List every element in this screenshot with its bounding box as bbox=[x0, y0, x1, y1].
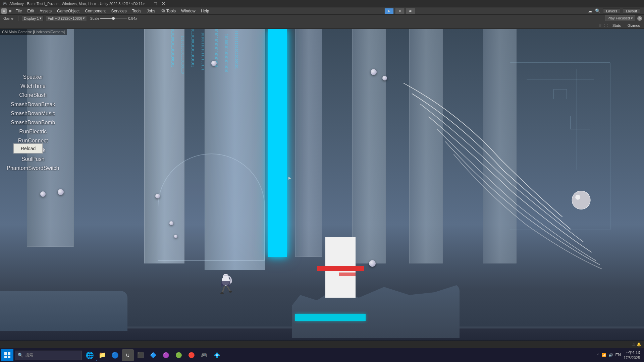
windows-start-button[interactable] bbox=[1, 349, 13, 361]
orb-2 bbox=[58, 189, 64, 195]
skill-smashdownbreak: SmashDownBreak bbox=[7, 100, 59, 109]
search-icon[interactable]: 🔍 bbox=[595, 8, 600, 13]
minimize-button[interactable]: — bbox=[145, 1, 150, 6]
layers-button[interactable]: Layers bbox=[603, 8, 620, 14]
play-focused-button[interactable]: Play Focused ▾ bbox=[605, 15, 635, 21]
unity-logo: 🎮 bbox=[3, 2, 7, 5]
circuit-rect-1 bbox=[570, 116, 590, 129]
taskbar-app-chrome[interactable]: 🔵 bbox=[109, 349, 121, 361]
titlebar: 🎮 Aftericey - BattleTest1_Puzzle - Windo… bbox=[0, 0, 644, 7]
aspect-icon: ⊞ bbox=[598, 23, 601, 27]
network-icon[interactable]: 📶 bbox=[602, 353, 606, 357]
arch-glow bbox=[158, 154, 265, 261]
step-button[interactable]: ⏭ bbox=[406, 8, 415, 14]
chevron-down-icon-2: ▾ bbox=[83, 16, 85, 20]
svg-point-7 bbox=[220, 292, 224, 294]
orb-8 bbox=[382, 76, 387, 80]
svg-rect-11 bbox=[4, 356, 7, 358]
language-indicator[interactable]: EN bbox=[615, 353, 621, 357]
cyan-pillar bbox=[268, 29, 287, 257]
taskbar-app-explorer[interactable]: 📁 bbox=[96, 349, 108, 361]
skill-smashdownmusic: SmashDownMusic bbox=[7, 109, 59, 118]
digital-rain-2: 1010110101110100110 bbox=[174, 36, 184, 129]
pillar-right-1 bbox=[295, 29, 322, 257]
svg-point-8 bbox=[229, 291, 232, 293]
jobs-menu[interactable]: Jobs bbox=[144, 7, 158, 14]
taskbar-app-unknown3[interactable]: 🟢 bbox=[173, 349, 185, 361]
menubar-left: U bbox=[1, 8, 13, 14]
skill-phantomswordswitch: PhantomSwordSwitch bbox=[7, 164, 59, 173]
system-icons: ⌃ 📶 🔊 EN bbox=[597, 353, 621, 357]
hidden-icons-button[interactable]: ⌃ bbox=[597, 353, 600, 357]
collab-icon[interactable]: ☁ bbox=[588, 8, 592, 13]
cyan-platform bbox=[295, 314, 366, 321]
chevron-down-icon: ▾ bbox=[40, 16, 42, 20]
maximize-button[interactable]: □ bbox=[153, 1, 158, 6]
taskbar-app-unity[interactable]: U bbox=[122, 349, 134, 361]
assets-menu[interactable]: Assets bbox=[37, 7, 54, 14]
services-menu[interactable]: Services bbox=[108, 7, 129, 14]
svg-rect-9 bbox=[4, 352, 7, 355]
volume-icon[interactable]: 🔊 bbox=[608, 353, 613, 357]
edit-menu[interactable]: Edit bbox=[24, 7, 37, 14]
digital-rain-4: 1010011010110100101 bbox=[195, 32, 205, 129]
taskbar-app-terminal[interactable]: ⬛ bbox=[135, 349, 147, 361]
window-menu[interactable]: Window bbox=[178, 7, 198, 14]
playbar: ▶ ⏸ ⏭ bbox=[212, 8, 588, 14]
cloud-icon bbox=[9, 10, 11, 12]
taskbar-app-unknown2[interactable]: 🟣 bbox=[160, 349, 172, 361]
game-view-wrapper: 0101001011010100101 1010110101110100110 … bbox=[0, 29, 644, 355]
svg-rect-10 bbox=[8, 352, 10, 355]
scale-slider[interactable] bbox=[100, 18, 127, 19]
digital-rain-3: 0110100101011010101 bbox=[184, 29, 195, 136]
play-button[interactable]: ▶ bbox=[384, 8, 394, 14]
digital-rain-1: 0101001011010100101 bbox=[164, 29, 174, 129]
stats-bar: ⊞ ⛶ Stats Gizmos bbox=[0, 22, 644, 29]
unity-logo-icon: U bbox=[1, 8, 7, 14]
clock-date: 17/8/2025 bbox=[624, 355, 640, 360]
display-dropdown[interactable]: Display 1 ▾ bbox=[22, 15, 44, 21]
clock-time: 下午4:13 bbox=[624, 350, 640, 356]
taskbar-search[interactable]: 🔍 搜索 bbox=[15, 351, 82, 360]
game-tab[interactable]: Game bbox=[2, 16, 15, 20]
resolution-dropdown[interactable]: Full HD (644×362) ▾ bbox=[46, 15, 87, 21]
chevron-down-icon-3: ▾ bbox=[631, 16, 633, 20]
tools-menu[interactable]: Tools bbox=[129, 7, 144, 14]
skill-speaker: Speaker bbox=[7, 72, 59, 81]
pillar-right-2 bbox=[352, 29, 386, 263]
taskbar-app-edge[interactable]: 🌐 bbox=[84, 349, 96, 361]
circuit-rect-2 bbox=[553, 89, 567, 99]
taskbar-app-unknown1[interactable]: 🔷 bbox=[147, 349, 159, 361]
orb-4 bbox=[169, 221, 173, 225]
scale-control: Scale 0.84x bbox=[89, 16, 139, 20]
stats-button[interactable]: Stats bbox=[610, 23, 623, 27]
taskbar-app-vscode[interactable]: 💠 bbox=[211, 349, 223, 361]
camera-label: CM Main Camera: [HorizontalCamera] bbox=[0, 29, 67, 35]
toolbar-separator-1 bbox=[18, 16, 18, 21]
close-button[interactable]: ✕ bbox=[161, 1, 166, 6]
settings-icon[interactable]: ⚙ bbox=[637, 16, 642, 21]
red-bar-2 bbox=[339, 273, 356, 276]
taskbar-app-unknown4[interactable]: 🔴 bbox=[185, 349, 198, 361]
skill-cloneslash: CloneSlash bbox=[7, 90, 59, 100]
gizmos-button[interactable]: Gizmos bbox=[626, 23, 642, 27]
help-menu[interactable]: Help bbox=[198, 7, 212, 14]
orb-7 bbox=[371, 69, 377, 75]
kittools-menu[interactable]: Kit Tools bbox=[158, 7, 178, 14]
red-bar-1 bbox=[317, 266, 364, 271]
bottom-status-bar: ⚠ 🔔 bbox=[0, 341, 644, 348]
cursor: ▸ bbox=[288, 175, 292, 181]
scale-handle bbox=[112, 17, 115, 20]
gameobject-menu[interactable]: GameObject bbox=[54, 7, 82, 14]
circuit-line-v2 bbox=[560, 62, 560, 156]
reload-button[interactable]: Reload bbox=[13, 143, 43, 154]
menubar-right: ☁ 🔍 Layers Layout bbox=[588, 8, 643, 14]
pause-button[interactable]: ⏸ bbox=[395, 8, 405, 14]
game-canvas[interactable]: 0101001011010100101 1010110101110100110 … bbox=[0, 29, 644, 355]
component-menu[interactable]: Component bbox=[82, 7, 108, 14]
system-clock[interactable]: 下午4:13 17/8/2025 bbox=[624, 350, 640, 360]
taskbar-app-unknown5[interactable]: 🎮 bbox=[198, 349, 210, 361]
file-menu[interactable]: File bbox=[13, 7, 24, 14]
layout-button[interactable]: Layout bbox=[623, 8, 640, 14]
skill-list: Speaker WitchTime CloneSlash SmashDownBr… bbox=[7, 72, 59, 173]
